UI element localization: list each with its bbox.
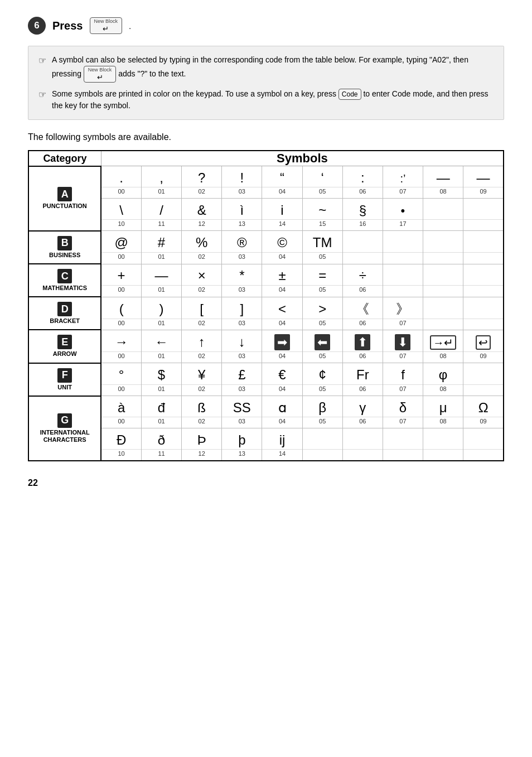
cat-cell-C: CMATHEMATICS <box>28 264 101 297</box>
code-F-0-6: 06 <box>342 384 383 396</box>
sym-A-1-6: § <box>342 199 383 220</box>
sym-G-0-6: γ <box>342 396 383 417</box>
sym-A-0-4: “ <box>262 166 302 187</box>
code-A-0-1: 01 <box>141 187 181 199</box>
sym-F-0-7: f <box>383 363 423 385</box>
info-box: ☞ A symbol can also be selected by typin… <box>28 46 504 120</box>
info-text-1: A symbol can also be selected by typing … <box>52 54 494 83</box>
code-D-0-0: 00 <box>101 319 141 330</box>
code-F-0-4: 04 <box>262 384 302 396</box>
step-label: Press <box>52 20 83 32</box>
code-B-0-0: 00 <box>101 253 141 264</box>
cat-name-A: PUNCTUATION <box>43 202 87 210</box>
sym-G-1-8 <box>423 428 463 450</box>
sym-E-0-7: ⬇ <box>383 330 423 351</box>
sym-G-0-8: μ <box>423 396 463 417</box>
code-E-0-5: 05 <box>302 351 342 363</box>
sym-D-0-5: > <box>302 297 342 319</box>
code-D-0-1: 01 <box>141 319 181 330</box>
code-G-0-4: 04 <box>262 417 302 428</box>
sym-E-0-6: ⬆ <box>342 330 383 351</box>
sym-D-0-7: 》 <box>383 297 423 319</box>
cat-cell-E: EARROW <box>28 330 101 363</box>
cat-cell-B: BBUSINESS <box>28 231 101 264</box>
code-G-0-3: 03 <box>222 417 262 428</box>
code-C-0-8 <box>423 286 463 297</box>
sym-G-0-2: ß <box>182 396 222 417</box>
sym-C-0-8 <box>423 264 463 286</box>
code-G-0-6: 06 <box>342 417 383 428</box>
info-icon-1: ☞ <box>38 55 46 66</box>
code-F-0-8: 08 <box>423 384 463 396</box>
page-number: 22 <box>28 478 504 488</box>
cat-letter-D: D <box>57 302 72 316</box>
col-header-symbols: Symbols <box>101 151 504 166</box>
code-B-0-6 <box>342 253 383 264</box>
col-header-category: Category <box>28 151 101 166</box>
info-text-2: Some symbols are printed in color on the… <box>52 88 494 112</box>
sym-E-0-4: ➡ <box>262 330 302 351</box>
code-key: Code <box>338 89 361 100</box>
sym-D-0-8 <box>423 297 463 319</box>
new-block-key-2: New Block ↵ <box>84 66 117 83</box>
sym-A-1-2: & <box>182 199 222 220</box>
sym-A-0-1: , <box>141 166 181 187</box>
sym-G-0-4: ɑ <box>262 396 302 417</box>
sym-E-0-2: ↑ <box>182 330 222 351</box>
sym-B-0-9 <box>463 231 504 253</box>
code-G-1-3: 13 <box>222 450 262 461</box>
sym-F-0-4: € <box>262 363 302 385</box>
cat-letter-B: B <box>57 236 72 250</box>
available-text: The following symbols are available. <box>28 132 504 142</box>
sym-A-0-5: ‘ <box>302 166 342 187</box>
sym-D-0-1: ) <box>141 297 181 319</box>
sym-E-0-0: → <box>101 330 141 351</box>
cat-name-C: MATHEMATICS <box>42 285 87 292</box>
code-A-0-4: 04 <box>262 187 302 199</box>
sym-C-0-1: — <box>141 264 181 286</box>
sym-B-0-1: # <box>141 231 181 253</box>
code-G-0-8: 08 <box>423 417 463 428</box>
code-A-1-3: 13 <box>222 220 262 231</box>
sym-C-0-9 <box>463 264 504 286</box>
sym-G-1-0: Ð <box>101 428 141 450</box>
code-E-0-1: 01 <box>141 351 181 363</box>
sym-D-0-2: [ <box>182 297 222 319</box>
sym-A-1-0: \ <box>101 199 141 220</box>
code-A-0-5: 05 <box>302 187 342 199</box>
code-G-1-6 <box>342 450 383 461</box>
sym-E-0-5: ⬅ <box>302 330 342 351</box>
code-C-0-6: 06 <box>342 286 383 297</box>
cat-letter-F: F <box>57 368 72 383</box>
sym-G-0-5: β <box>302 396 342 417</box>
sym-F-0-3: £ <box>222 363 262 385</box>
code-D-0-5: 05 <box>302 319 342 330</box>
sym-B-0-3: ® <box>222 231 262 253</box>
cat-name-G: INTERNATIONAL CHARACTERS <box>40 429 90 443</box>
sym-A-0-7: :’ <box>383 166 423 187</box>
cat-name-F: UNIT <box>57 384 72 391</box>
code-A-1-7: 17 <box>383 220 423 231</box>
sym-B-0-7 <box>383 231 423 253</box>
cat-name-B: BUSINESS <box>49 252 80 259</box>
code-G-1-4: 14 <box>262 450 302 461</box>
sym-F-0-0: ° <box>101 363 141 385</box>
sym-A-1-4: i <box>262 199 302 220</box>
code-E-0-9: 09 <box>463 351 504 363</box>
sym-A-1-5: ~ <box>302 199 342 220</box>
sym-G-1-2: Þ <box>182 428 222 450</box>
sym-A-1-1: / <box>141 199 181 220</box>
code-G-0-5: 05 <box>302 417 342 428</box>
code-B-0-8 <box>423 253 463 264</box>
code-A-0-8: 08 <box>423 187 463 199</box>
sym-E-0-9: ↩ <box>463 330 504 351</box>
code-C-0-4: 04 <box>262 286 302 297</box>
sym-G-1-3: þ <box>222 428 262 450</box>
sym-D-0-0: ( <box>101 297 141 319</box>
code-G-1-2: 12 <box>182 450 222 461</box>
sym-E-0-3: ↓ <box>222 330 262 351</box>
sym-A-0-8: — <box>423 166 463 187</box>
cat-letter-C: C <box>57 269 72 283</box>
code-C-0-2: 02 <box>182 286 222 297</box>
info-row-2: ☞ Some symbols are printed in color on t… <box>38 88 494 112</box>
